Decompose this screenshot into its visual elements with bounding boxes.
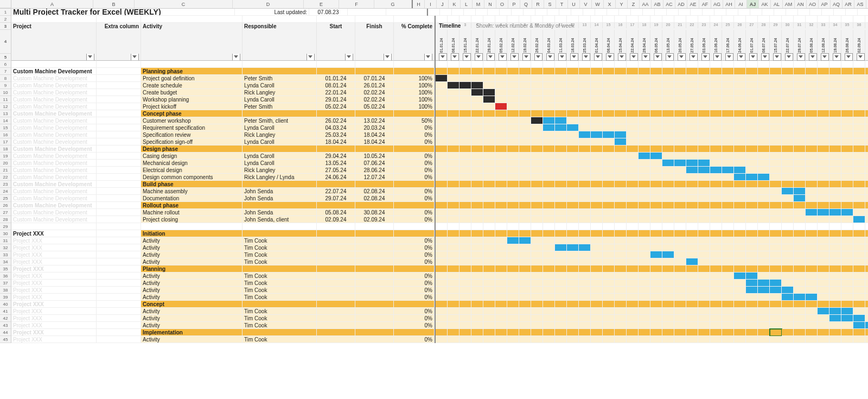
gantt-cell[interactable] — [591, 174, 603, 181]
gantt-cell[interactable] — [853, 75, 865, 82]
activity-cell[interactable]: Design phase — [141, 145, 242, 153]
gantt-cell[interactable] — [471, 195, 483, 202]
gantt-cell[interactable] — [853, 174, 865, 181]
col-AI[interactable]: AI — [735, 0, 747, 8]
project-name[interactable]: Custom Machine Development — [13, 68, 92, 74]
gantt-cell[interactable] — [782, 131, 794, 138]
gantt-cell[interactable] — [471, 315, 483, 322]
gantt-bar[interactable] — [782, 294, 794, 301]
gantt-cell[interactable] — [710, 315, 722, 322]
gantt-bar[interactable] — [853, 322, 865, 329]
gantt-cell[interactable] — [531, 230, 543, 237]
gantt-cell[interactable] — [806, 96, 818, 103]
gantt-cell[interactable] — [782, 167, 794, 174]
gantt-cell[interactable] — [794, 280, 806, 287]
gantt-cell[interactable] — [865, 145, 868, 153]
gantt-cell[interactable] — [615, 61, 627, 68]
gantt-cell[interactable] — [579, 230, 591, 237]
gantt-cell[interactable] — [829, 237, 841, 244]
gantt-cell[interactable] — [483, 301, 495, 308]
gantt-cell[interactable] — [567, 61, 579, 68]
gantt-cell[interactable] — [448, 110, 459, 117]
gantt-bar[interactable] — [698, 167, 710, 174]
gantt-cell[interactable] — [710, 301, 722, 308]
gantt-cell[interactable] — [722, 258, 734, 265]
gantt-cell[interactable] — [495, 117, 507, 124]
gantt-cell[interactable] — [591, 315, 603, 322]
gantt-cell[interactable] — [794, 223, 806, 230]
gantt-cell[interactable] — [806, 124, 818, 131]
gantt-cell[interactable] — [841, 96, 853, 103]
gantt-cell[interactable] — [448, 75, 459, 82]
activity-cell[interactable]: Concept phase — [141, 110, 242, 117]
start-cell[interactable]: 13.05.24 — [317, 160, 355, 167]
gantt-bar[interactable] — [806, 209, 818, 216]
percent-cell[interactable]: 0% — [394, 160, 435, 167]
filter-icon[interactable] — [463, 53, 471, 61]
gantt-cell[interactable] — [758, 237, 770, 244]
gantt-cell[interactable] — [459, 301, 471, 308]
responsible-cell[interactable]: Tim Cook — [242, 315, 317, 322]
gantt-cell[interactable] — [567, 195, 579, 202]
gantt-cell[interactable] — [519, 160, 531, 167]
finish-cell[interactable]: 05.02.24 — [355, 103, 394, 110]
gantt-cell[interactable] — [686, 153, 698, 160]
gantt-cell[interactable] — [436, 117, 448, 124]
gantt-cell[interactable] — [543, 138, 555, 145]
gantt-cell[interactable] — [627, 174, 639, 181]
gantt-cell[interactable] — [436, 287, 448, 294]
gantt-cell[interactable] — [507, 61, 519, 68]
gantt-cell[interactable] — [555, 181, 567, 188]
gantt-cell[interactable] — [615, 265, 627, 273]
gantt-cell[interactable] — [841, 230, 853, 237]
gantt-cell[interactable] — [567, 287, 579, 294]
gantt-cell[interactable] — [483, 68, 495, 75]
filter-icon[interactable] — [618, 53, 626, 61]
gantt-cell[interactable] — [806, 68, 818, 75]
gantt-cell[interactable] — [436, 188, 448, 195]
gantt-cell[interactable] — [662, 96, 674, 103]
gantt-cell[interactable] — [639, 244, 650, 251]
gantt-cell[interactable] — [865, 167, 868, 174]
filter-icon[interactable] — [857, 53, 865, 61]
gantt-cell[interactable] — [650, 280, 662, 287]
gantt-cell[interactable] — [483, 110, 495, 117]
gantt-cell[interactable] — [507, 75, 519, 82]
gantt-cell[interactable] — [841, 322, 853, 329]
gantt-bar[interactable] — [686, 160, 698, 167]
gantt-cell[interactable] — [698, 174, 710, 181]
gantt-cell[interactable] — [495, 131, 507, 138]
start-cell[interactable]: 05.08.24 — [317, 209, 355, 216]
gantt-cell[interactable] — [531, 61, 543, 68]
gantt-cell[interactable] — [710, 117, 722, 124]
gantt-bar[interactable] — [746, 273, 758, 280]
gantt-cell[interactable] — [782, 75, 794, 82]
gantt-cell[interactable] — [686, 251, 698, 258]
gantt-cell[interactable] — [674, 329, 686, 336]
hdr-start[interactable]: Start — [317, 23, 355, 30]
gantt-cell[interactable] — [627, 131, 639, 138]
gantt-cell[interactable] — [627, 153, 639, 160]
responsible-cell[interactable]: Tim Cook — [242, 287, 317, 294]
gantt-cell[interactable] — [591, 61, 603, 68]
gantt-cell[interactable] — [543, 82, 555, 89]
gantt-cell[interactable] — [698, 82, 710, 89]
gantt-cell[interactable] — [782, 223, 794, 230]
activity-cell[interactable]: Project goal definition — [141, 75, 242, 82]
gantt-bar[interactable] — [758, 287, 770, 294]
gantt-cell[interactable] — [818, 251, 829, 258]
gantt-cell[interactable] — [865, 75, 868, 82]
gantt-cell[interactable] — [459, 110, 471, 117]
start-cell[interactable]: 26.02.24 — [317, 117, 355, 124]
gantt-cell[interactable] — [639, 160, 650, 167]
gantt-cell[interactable] — [471, 244, 483, 251]
gantt-cell[interactable] — [495, 273, 507, 280]
gantt-cell[interactable] — [579, 251, 591, 258]
gantt-cell[interactable] — [650, 131, 662, 138]
gantt-cell[interactable] — [818, 124, 829, 131]
gantt-bar[interactable] — [686, 258, 698, 265]
gantt-cell[interactable] — [615, 103, 627, 110]
gantt-cell[interactable] — [710, 223, 722, 230]
gantt-cell[interactable] — [818, 131, 829, 138]
gantt-cell[interactable] — [555, 216, 567, 223]
